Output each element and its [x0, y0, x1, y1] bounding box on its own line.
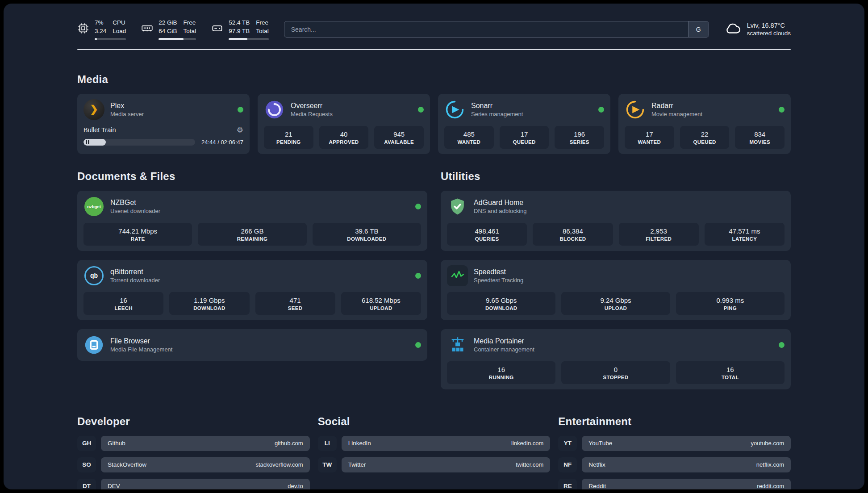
utilities-column: Utilities AdGuard Home DNS and adblockin… [441, 154, 791, 389]
status-dot [415, 204, 421, 209]
bookmark-url: netflix.com [756, 461, 784, 468]
app-name: Radarr [651, 102, 702, 110]
bookmark-group-social: Social LI LinkedInlinkedin.com TW Twitte… [318, 415, 551, 479]
gear-icon[interactable]: ⚙ [237, 125, 243, 135]
app-card-qbittorrent[interactable]: qb qBittorrent Torrent downloader 16LEEC… [77, 260, 427, 320]
cpu-icon [77, 22, 89, 36]
bookmark-name: StackOverflow [108, 461, 146, 468]
bookmark-reddit[interactable]: RE Redditreddit.com [558, 479, 791, 489]
bookmark-url: twitter.com [516, 461, 543, 468]
bookmark-netflix[interactable]: NF Netflixnetflix.com [558, 457, 791, 472]
playback-seek-bar[interactable] [83, 139, 195, 146]
middle-columns: Documents & Files nzbget NZBGet Usenet d… [77, 154, 791, 389]
app-name: File Browser [110, 337, 172, 345]
bookmark-group-developer: Developer GH Githubgithub.com SO StackOv… [77, 415, 310, 489]
app-name: AdGuard Home [474, 199, 527, 207]
bookmark-name: Github [108, 440, 125, 447]
bookmark-url: reddit.com [757, 483, 784, 489]
app-card-portainer[interactable]: Media Portainer Container management 16R… [441, 329, 791, 389]
stat-pending: 21PENDING [264, 126, 313, 149]
overseerr-icon [264, 99, 285, 120]
bookmark-name: YouTube [588, 440, 612, 447]
documents-column: Documents & Files nzbget NZBGet Usenet d… [77, 154, 427, 361]
adguard-icon [447, 196, 468, 217]
bookmark-group-entertainment: Entertainment YT YouTubeyoutube.com NF N… [558, 415, 791, 489]
bookmark-twitter[interactable]: TW Twittertwitter.com [318, 457, 551, 472]
weather-widget: Lviv, 16.87°C scattered clouds [724, 20, 791, 39]
stat-wanted: 17WANTED [625, 126, 674, 149]
nzbget-icon: nzbget [83, 196, 104, 217]
bookmark-url: youtube.com [751, 440, 784, 447]
app-card-sonarr[interactable]: Sonarr Series management 485WANTED 17QUE… [438, 94, 610, 154]
bookmark-abbr: TW [318, 457, 337, 472]
section-title-utilities: Utilities [441, 170, 791, 183]
app-card-nzbget[interactable]: nzbget NZBGet Usenet downloader 744.21 M… [77, 191, 427, 251]
app-subtitle: Speedtest Tracking [474, 277, 523, 284]
app-card-speedtest[interactable]: Speedtest Speedtest Tracking 9.65 GbpsDO… [441, 260, 791, 320]
search-input[interactable] [284, 21, 688, 37]
status-dot [779, 342, 785, 348]
search-engine-button[interactable]: G [688, 21, 709, 37]
bookmark-stackoverflow[interactable]: SO StackOverflowstackoverflow.com [77, 457, 310, 472]
bookmark-abbr: LI [318, 436, 337, 451]
bookmark-url: dev.to [288, 483, 303, 489]
stat-download: 9.65 GbpsDOWNLOAD [447, 292, 555, 315]
app-name: Sonarr [471, 102, 523, 110]
stat-filtered: 2,953FILTERED [619, 223, 699, 246]
app-name: Speedtest [474, 268, 523, 276]
app-subtitle: Media File Management [110, 346, 172, 353]
section-title-developer: Developer [77, 415, 310, 428]
bookmark-abbr: NF [558, 457, 577, 472]
bookmark-name: Netflix [588, 461, 605, 468]
cpu-usage: 7% [95, 19, 106, 27]
app-subtitle: Media Requests [291, 111, 333, 117]
dashboard: 7% 3.24 CPU Load [4, 4, 864, 489]
playback-time: 24:44 / 02:06:47 [201, 139, 243, 146]
bookmark-youtube[interactable]: YT YouTubeyoutube.com [558, 436, 791, 451]
media-card-grid: ❯ Plex Media server Bullet Train ⚙ [77, 94, 791, 154]
bookmark-url: stackoverflow.com [255, 461, 303, 468]
app-name: Overseerr [291, 102, 333, 110]
now-playing-title: Bullet Train [83, 126, 116, 134]
stat-available: 945AVAILABLE [374, 126, 424, 149]
bookmark-abbr: GH [77, 436, 96, 451]
bookmark-name: DEV [108, 483, 120, 489]
app-card-filebrowser[interactable]: File Browser Media File Management [77, 329, 427, 361]
storage-progress-bar [229, 38, 269, 40]
app-card-plex[interactable]: ❯ Plex Media server Bullet Train ⚙ [77, 94, 250, 154]
cpu-load-value: 3.24 [95, 27, 106, 36]
app-name: Media Portainer [474, 337, 534, 345]
section-title-entertainment: Entertainment [558, 415, 791, 428]
status-dot [598, 107, 604, 113]
stat-ping: 0.993 msPING [676, 292, 785, 315]
bookmark-linkedin[interactable]: LI LinkedInlinkedin.com [318, 436, 551, 451]
app-card-adguard[interactable]: AdGuard Home DNS and adblocking 498,461Q… [441, 191, 791, 251]
qbittorrent-icon: qb [83, 265, 104, 286]
stat-total: 16TOTAL [676, 361, 785, 384]
stat-seed: 471SEED [255, 292, 335, 315]
stat-running: 16RUNNING [447, 361, 555, 384]
stat-remaining: 266 GBREMAINING [198, 223, 306, 246]
app-name: Plex [110, 102, 144, 110]
storage-widget: 52.4 TB 97.9 TB Free Total [211, 19, 269, 40]
stat-wanted: 485WANTED [444, 126, 494, 149]
app-card-overseerr[interactable]: Overseerr Media Requests 21PENDING 40APP… [258, 94, 430, 154]
app-card-radarr[interactable]: Radarr Movie management 17WANTED 22QUEUE… [618, 94, 791, 154]
header-divider [77, 49, 791, 50]
pause-icon[interactable] [86, 140, 89, 144]
memory-total-label: Total [184, 27, 196, 36]
bookmark-dev[interactable]: DT DEVdev.to [77, 479, 310, 489]
stat-latency: 47.571 msLATENCY [705, 223, 785, 246]
storage-total-label: Total [256, 27, 269, 36]
stat-rate: 744.21 MbpsRATE [83, 223, 192, 246]
status-dot [779, 107, 785, 113]
cpu-progress-bar [95, 38, 126, 40]
stat-series: 196SERIES [555, 126, 604, 149]
bookmark-abbr: SO [77, 457, 96, 472]
stat-download: 1.19 GbpsDOWNLOAD [169, 292, 249, 315]
search-bar: G [284, 21, 709, 38]
cpu-load-label: Load [113, 27, 126, 36]
app-subtitle: Series management [471, 111, 523, 117]
bookmark-github[interactable]: GH Githubgithub.com [77, 436, 310, 451]
stat-leech: 16LEECH [83, 292, 163, 315]
